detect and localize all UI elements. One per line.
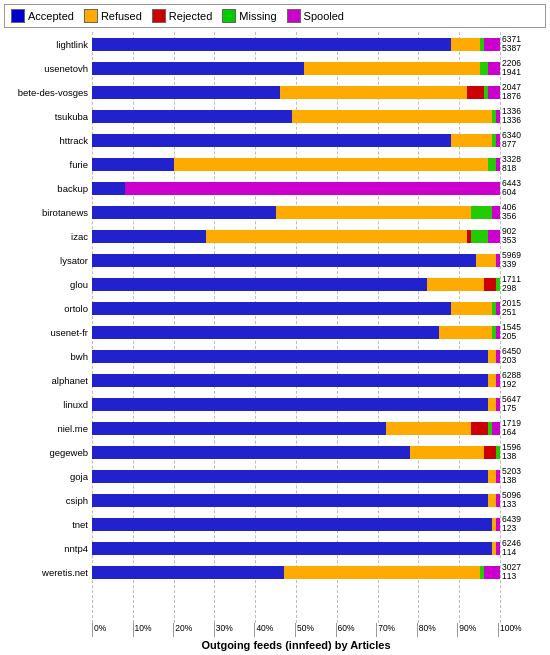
bar-row: 63715387	[92, 32, 546, 56]
bar-segment-refused	[451, 38, 480, 51]
bar-track	[92, 470, 500, 483]
y-label: lysator	[4, 248, 92, 272]
bar-segment-accepted	[92, 86, 280, 99]
bar-segment-accepted	[92, 422, 386, 435]
y-label: weretis.net	[4, 560, 92, 584]
x-tick: 90%	[457, 623, 498, 637]
bar-segment-accepted	[92, 182, 125, 195]
bar-numbers: 406356	[502, 203, 546, 222]
bar-segment-accepted	[92, 158, 174, 171]
bar-segment-refused	[386, 422, 472, 435]
bar-segment-refused	[276, 206, 472, 219]
y-label: usenetovh	[4, 56, 92, 80]
y-label: usenet-fr	[4, 320, 92, 344]
bar-segment-accepted	[92, 206, 276, 219]
legend-label: Rejected	[169, 10, 212, 22]
x-tick: 50%	[295, 623, 336, 637]
legend-item: Missing	[222, 9, 276, 23]
bar-segment-accepted	[92, 62, 304, 75]
legend-item: Refused	[84, 9, 142, 23]
bar-row: 1711298	[92, 272, 546, 296]
bar-row: 6246114	[92, 536, 546, 560]
bar-segment-refused	[488, 398, 496, 411]
bar-numbers: 1596138	[502, 443, 546, 462]
bar-track	[92, 518, 500, 531]
bar-segment-accepted	[92, 374, 488, 387]
bar-row: 5647175	[92, 392, 546, 416]
bar-segment-refused	[174, 158, 488, 171]
bar-numbers: 3027113	[502, 563, 546, 582]
y-label: birotanews	[4, 200, 92, 224]
bar-segment-accepted	[92, 254, 476, 267]
bar-segment-spooled	[488, 86, 500, 99]
bar-segment-spooled	[496, 542, 500, 555]
bar-track	[92, 254, 500, 267]
bar-segment-refused	[427, 278, 484, 291]
bar-row: 1596138	[92, 440, 546, 464]
y-label: izac	[4, 224, 92, 248]
bar-segment-spooled	[484, 38, 500, 51]
bar-track	[92, 374, 500, 387]
y-label: ortolo	[4, 296, 92, 320]
bar-segment-accepted	[92, 542, 492, 555]
bar-segment-accepted	[92, 518, 492, 531]
bar-segment-spooled	[496, 326, 500, 339]
bar-row: 1545205	[92, 320, 546, 344]
bar-segment-accepted	[92, 494, 488, 507]
bar-segment-refused	[284, 566, 480, 579]
bar-row: 1719164	[92, 416, 546, 440]
bar-segment-missing	[488, 158, 496, 171]
bar-numbers: 5647175	[502, 395, 546, 414]
bar-numbers: 5096133	[502, 491, 546, 510]
bars-area: 6371538722061941204718761336133663408773…	[92, 32, 546, 623]
bar-track	[92, 350, 500, 363]
bar-segment-refused	[439, 326, 492, 339]
bar-track	[92, 110, 500, 123]
bar-segment-accepted	[92, 38, 451, 51]
bar-track	[92, 38, 500, 51]
bar-segment-accepted	[92, 326, 439, 339]
bar-track	[92, 278, 500, 291]
bar-row: 6439123	[92, 512, 546, 536]
bar-segment-accepted	[92, 566, 284, 579]
bar-row: 6288192	[92, 368, 546, 392]
x-tick: 60%	[336, 623, 377, 637]
x-axis: 0%10%20%30%40%50%60%70%80%90%100%	[92, 623, 500, 637]
x-tick: 70%	[376, 623, 417, 637]
y-axis-labels: lightlinkusenetovhbete-des-vosgestsukuba…	[4, 32, 92, 651]
bar-segment-refused	[451, 302, 492, 315]
bar-segment-refused	[488, 350, 496, 363]
y-label: bwh	[4, 344, 92, 368]
bar-numbers: 2015251	[502, 299, 546, 318]
bar-track	[92, 86, 500, 99]
legend-label: Spooled	[304, 10, 344, 22]
bar-track	[92, 422, 500, 435]
bar-segment-spooled	[496, 470, 500, 483]
legend-swatch	[11, 9, 25, 23]
legend-item: Spooled	[287, 9, 344, 23]
bar-track	[92, 230, 500, 243]
bar-segment-spooled	[496, 494, 500, 507]
bar-row: 6340877	[92, 128, 546, 152]
bar-segment-refused	[488, 494, 496, 507]
bar-numbers: 1545205	[502, 323, 546, 342]
bar-numbers: 3328818	[502, 155, 546, 174]
bar-track	[92, 302, 500, 315]
bar-segment-spooled	[125, 182, 500, 195]
bar-numbers: 1719164	[502, 419, 546, 438]
bar-track	[92, 398, 500, 411]
bar-segment-rejected	[471, 422, 487, 435]
legend: AcceptedRefusedRejectedMissingSpooled	[4, 4, 546, 28]
bar-segment-refused	[206, 230, 467, 243]
bar-numbers: 6246114	[502, 539, 546, 558]
bar-track	[92, 62, 500, 75]
bar-segment-accepted	[92, 398, 488, 411]
bar-numbers: 6288192	[502, 371, 546, 390]
bar-segment-spooled	[492, 422, 500, 435]
bar-segment-missing	[496, 446, 500, 459]
bar-row: 902353	[92, 224, 546, 248]
bar-track	[92, 326, 500, 339]
legend-swatch	[84, 9, 98, 23]
bar-segment-spooled	[488, 230, 500, 243]
legend-item: Accepted	[11, 9, 74, 23]
